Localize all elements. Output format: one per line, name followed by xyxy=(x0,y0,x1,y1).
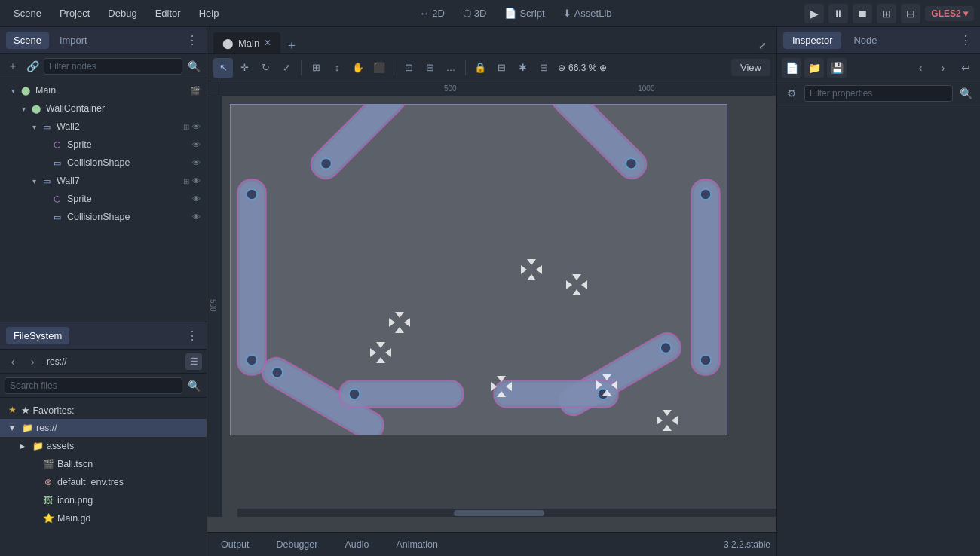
tool-flip[interactable]: ↕ xyxy=(327,58,347,78)
tree-item-wallcontainer[interactable]: ▾ ⬤ WallContainer xyxy=(0,99,207,118)
inspector-save-btn[interactable]: 💾 xyxy=(827,58,847,78)
pause-button[interactable]: ⏸ xyxy=(828,4,848,23)
tool-scale[interactable]: ⤢ xyxy=(277,58,296,78)
menu-debug[interactable]: Debug xyxy=(100,5,144,22)
search-files-input[interactable] xyxy=(5,377,182,394)
mode-3d[interactable]: ⬡ 3D xyxy=(455,5,495,22)
tool-rotate[interactable]: ↻ xyxy=(256,58,275,78)
tab-output[interactable]: Output xyxy=(213,536,257,553)
inspector-prev-btn[interactable]: ‹ xyxy=(911,58,930,78)
right-panel-menu-btn[interactable]: ⋮ xyxy=(957,32,974,49)
tool-select[interactable]: ↖ xyxy=(213,58,233,78)
tool-snap[interactable]: ⊟ xyxy=(420,58,439,78)
tree-item-main[interactable]: ▾ ⬤ Main 🎬 xyxy=(0,81,207,99)
tool-pan[interactable]: ✋ xyxy=(348,58,368,78)
filter-properties-input[interactable] xyxy=(804,85,953,102)
fs-item-main-gd[interactable]: ⭐ Main.gd xyxy=(0,509,207,527)
scrollbar-thumb[interactable] xyxy=(454,510,544,516)
node-icon-sprite-wall2: ⬡ xyxy=(51,139,63,151)
fs-item-default-env[interactable]: ⊛ default_env.tres xyxy=(0,473,207,491)
add-node-btn[interactable]: ＋ xyxy=(5,58,21,75)
fs-layout-btn[interactable]: ☰ xyxy=(185,353,202,370)
tool-extra[interactable]: ⊟ xyxy=(534,58,553,78)
tree-item-collision-wall2[interactable]: ▭ CollisionShape 👁 xyxy=(0,154,207,172)
inspector-search-icon[interactable]: 🔍 xyxy=(956,84,975,103)
tool-bone[interactable]: ✱ xyxy=(513,58,532,78)
tree-item-collision-wall7[interactable]: ▭ CollisionShape 👁 xyxy=(0,208,207,226)
tree-arrow-wall7[interactable]: ▾ xyxy=(29,176,39,186)
tree-item-sprite-wall2[interactable]: ⬡ Sprite 👁 xyxy=(0,136,207,154)
inspector-next-btn[interactable]: › xyxy=(933,58,953,78)
link-node-btn[interactable]: 🔗 xyxy=(24,58,41,75)
tab-inspector[interactable]: Inspector xyxy=(783,32,841,49)
tab-filesystem[interactable]: FileSystem xyxy=(6,327,69,344)
visibility-icon-collision-wall7[interactable]: 👁 xyxy=(192,212,201,221)
tree-arrow-wallcontainer[interactable]: ▾ xyxy=(18,103,29,114)
tool-lock[interactable]: 🔒 xyxy=(470,58,490,78)
mode-script[interactable]: 📄 Script xyxy=(497,5,552,22)
view-menu-btn[interactable]: View xyxy=(731,59,770,76)
tab-scene[interactable]: Scene xyxy=(6,32,49,49)
zoom-plus-icon[interactable]: ⊕ xyxy=(599,63,607,73)
fs-forward-btn[interactable]: › xyxy=(24,353,41,370)
filter-search-icon[interactable]: 🔍 xyxy=(185,58,202,75)
inspector-open-btn[interactable]: 📁 xyxy=(804,58,824,78)
fs-item-assets[interactable]: ▸ 📁 assets xyxy=(0,437,207,455)
tree-item-wall7[interactable]: ▾ ▭ Wall7 ⊞ 👁 xyxy=(0,172,207,190)
tab-node[interactable]: Node xyxy=(844,32,886,49)
visibility-icon-collision-wall2[interactable]: 👁 xyxy=(192,158,201,167)
mode-assetlib[interactable]: ⬇ AssetLib xyxy=(556,5,620,22)
export-button[interactable]: ⊟ xyxy=(901,4,920,23)
tool-more[interactable]: … xyxy=(441,58,461,78)
fs-item-ball[interactable]: 🎬 Ball.tscn xyxy=(0,455,207,473)
menu-project[interactable]: Project xyxy=(52,5,97,22)
tab-animation[interactable]: Animation xyxy=(388,536,446,553)
zoom-minus-icon[interactable]: ⊖ xyxy=(558,63,565,73)
tool-move[interactable]: ✛ xyxy=(234,58,254,78)
visibility-icon-wall7[interactable]: 👁 xyxy=(192,176,201,185)
inspector-filter-btn[interactable]: ⚙ xyxy=(782,84,801,103)
play-button[interactable]: ▶ xyxy=(804,4,824,23)
visibility-icon-sprite-wall2[interactable]: 👁 xyxy=(192,140,201,149)
menu-editor[interactable]: Editor xyxy=(148,5,188,22)
tool-frame-select[interactable]: ⊞ xyxy=(306,58,326,78)
tab-close-main[interactable]: ✕ xyxy=(264,38,271,48)
tool-grid[interactable]: ⊡ xyxy=(399,58,418,78)
viewport-content[interactable] xyxy=(222,96,776,517)
movie-button[interactable]: ⊞ xyxy=(877,4,896,23)
tool-rect[interactable]: ⬛ xyxy=(369,58,389,78)
stop-button[interactable]: ⏹ xyxy=(853,4,872,23)
tab-add-btn[interactable]: ＋ xyxy=(283,37,300,53)
filter-nodes-input[interactable] xyxy=(44,58,182,75)
editor-tab-main[interactable]: ⬤ Main ✕ xyxy=(213,32,280,53)
visibility-icon-sprite-wall7[interactable]: 👁 xyxy=(192,194,201,203)
menu-scene[interactable]: Scene xyxy=(6,5,49,22)
filesystem-panel-menu-btn[interactable]: ⋮ xyxy=(184,328,201,344)
fs-search-icon[interactable]: 🔍 xyxy=(185,377,202,394)
tab-audio[interactable]: Audio xyxy=(337,536,376,553)
gles-badge[interactable]: GLES2 ▾ xyxy=(925,6,974,21)
tree-item-sprite-wall7[interactable]: ⬡ Sprite 👁 xyxy=(0,190,207,208)
viewport-scrollbar[interactable] xyxy=(237,508,776,517)
scene-panel-menu-btn[interactable]: ⋮ xyxy=(184,32,201,49)
tab-import[interactable]: Import xyxy=(52,32,95,49)
viewport-canvas[interactable]: 500 1000 500 xyxy=(207,81,776,532)
mode-2d[interactable]: ↔ 2D xyxy=(412,5,452,22)
inspector-object-btn[interactable]: ↩ xyxy=(956,58,975,78)
visibility-icon-wall2[interactable]: 👁 xyxy=(192,122,201,131)
fs-item-res[interactable]: ▾ 📁 res:// xyxy=(0,419,207,437)
tab-debugger[interactable]: Debugger xyxy=(269,536,326,553)
2d-icon: ↔ xyxy=(419,8,429,19)
fs-item-icon-png[interactable]: 🖼 icon.png xyxy=(0,491,207,509)
fullscreen-btn[interactable]: ⤢ xyxy=(754,37,770,53)
fs-back-btn[interactable]: ‹ xyxy=(5,353,21,370)
tree-arrow-wall2[interactable]: ▾ xyxy=(29,121,39,132)
inspector-history-btn[interactable]: 📄 xyxy=(782,58,801,78)
visibility-icon-main[interactable]: 🎬 xyxy=(190,86,201,96)
tree-arrow-collision-wall2 xyxy=(39,157,50,168)
viewport-toolbar: ↖ ✛ ↻ ⤢ ⊞ ↕ ✋ ⬛ ⊡ ⊟ … 🔒 ⊟ ✱ ⊟ ⊖ 66.3 % ⊕… xyxy=(207,54,776,81)
tool-group[interactable]: ⊟ xyxy=(492,58,511,78)
tree-arrow-main[interactable]: ▾ xyxy=(8,85,18,96)
tree-item-wall2[interactable]: ▾ ▭ Wall2 ⊞ 👁 xyxy=(0,118,207,136)
menu-help[interactable]: Help xyxy=(191,5,227,22)
